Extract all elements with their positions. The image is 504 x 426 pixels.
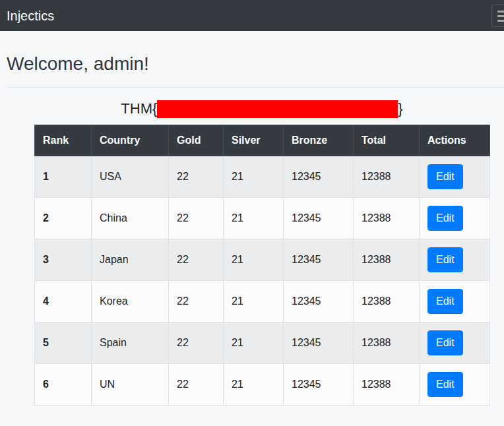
table-row: 2 China 22 21 12345 12388 Edit	[35, 198, 490, 239]
table-row: 6 UN 22 21 12345 12388 Edit	[35, 364, 490, 406]
flag-text: THM{}	[34, 100, 489, 118]
actions-cell: Edit	[420, 198, 490, 239]
silver-cell: 21	[224, 239, 284, 281]
hamburger-bar	[497, 11, 504, 13]
gold-cell: 22	[169, 156, 224, 198]
silver-cell: 21	[224, 156, 284, 198]
bronze-cell: 12345	[284, 322, 354, 364]
column-header-total: Total	[354, 125, 420, 156]
hamburger-bar	[497, 20, 504, 22]
silver-cell: 21	[224, 364, 284, 406]
table-header: Rank Country Gold Silver Bronze Total Ac…	[35, 125, 490, 156]
edit-button[interactable]: Edit	[427, 247, 463, 272]
column-header-bronze: Bronze	[284, 125, 354, 156]
edit-button[interactable]: Edit	[427, 372, 463, 397]
gold-cell: 22	[169, 322, 224, 364]
total-cell: 12388	[354, 281, 420, 322]
table-row: 3 Japan 22 21 12345 12388 Edit	[35, 239, 490, 281]
silver-cell: 21	[224, 198, 284, 239]
edit-button[interactable]: Edit	[427, 206, 463, 231]
actions-cell: Edit	[420, 364, 490, 406]
welcome-heading: Welcome, admin!	[7, 53, 504, 75]
edit-button[interactable]: Edit	[427, 164, 463, 189]
table-row: 5 Spain 22 21 12345 12388 Edit	[35, 322, 490, 364]
country-cell: UN	[92, 364, 169, 406]
bronze-cell: 12345	[284, 198, 354, 239]
header-row: Rank Country Gold Silver Bronze Total Ac…	[35, 125, 490, 156]
total-cell: 12388	[354, 156, 420, 198]
column-header-actions: Actions	[420, 125, 490, 156]
total-cell: 12388	[354, 322, 420, 364]
navbar-toggler-button[interactable]	[491, 5, 504, 27]
actions-cell: Edit	[420, 239, 490, 281]
edit-button[interactable]: Edit	[427, 330, 463, 355]
column-header-rank: Rank	[35, 125, 92, 156]
flag-redaction	[157, 100, 398, 118]
leaderboard-table: Rank Country Gold Silver Bronze Total Ac…	[34, 125, 490, 406]
column-header-silver: Silver	[224, 125, 284, 156]
page-content: Welcome, admin! THM{} Rank Country Gold …	[0, 53, 504, 406]
country-cell: USA	[92, 156, 169, 198]
rank-cell: 3	[35, 239, 92, 281]
actions-cell: Edit	[420, 322, 490, 364]
rank-cell: 1	[35, 156, 92, 198]
total-cell: 12388	[354, 198, 420, 239]
table-row: 1 USA 22 21 12345 12388 Edit	[35, 156, 490, 198]
silver-cell: 21	[224, 281, 284, 322]
country-cell: China	[92, 198, 169, 239]
total-cell: 12388	[354, 239, 420, 281]
table-body: 1 USA 22 21 12345 12388 Edit 2 China 22 …	[35, 156, 490, 406]
leaderboard-section: THM{} Rank Country Gold Silver Bronze To…	[34, 100, 489, 406]
rank-cell: 6	[35, 364, 92, 406]
country-cell: Spain	[92, 322, 169, 364]
silver-cell: 21	[224, 322, 284, 364]
column-header-country: Country	[92, 125, 169, 156]
bronze-cell: 12345	[284, 156, 354, 198]
actions-cell: Edit	[420, 156, 490, 198]
heading-divider	[7, 87, 504, 88]
gold-cell: 22	[169, 364, 224, 406]
total-cell: 12388	[354, 364, 420, 406]
hamburger-bar	[497, 15, 504, 17]
column-header-gold: Gold	[169, 125, 224, 156]
navbar-brand[interactable]: Injectics	[7, 8, 54, 23]
bronze-cell: 12345	[284, 281, 354, 322]
gold-cell: 22	[169, 198, 224, 239]
rank-cell: 5	[35, 322, 92, 364]
hamburger-icon	[497, 11, 504, 22]
navbar: Injectics	[0, 0, 504, 31]
gold-cell: 22	[169, 281, 224, 322]
country-cell: Korea	[92, 281, 169, 322]
bronze-cell: 12345	[284, 364, 354, 406]
flag-suffix: }	[398, 100, 402, 117]
rank-cell: 4	[35, 281, 92, 322]
flag-prefix: THM{	[121, 100, 157, 117]
edit-button[interactable]: Edit	[427, 289, 463, 314]
actions-cell: Edit	[420, 281, 490, 322]
gold-cell: 22	[169, 239, 224, 281]
table-row: 4 Korea 22 21 12345 12388 Edit	[35, 281, 490, 322]
bronze-cell: 12345	[284, 239, 354, 281]
rank-cell: 2	[35, 198, 92, 239]
country-cell: Japan	[92, 239, 169, 281]
